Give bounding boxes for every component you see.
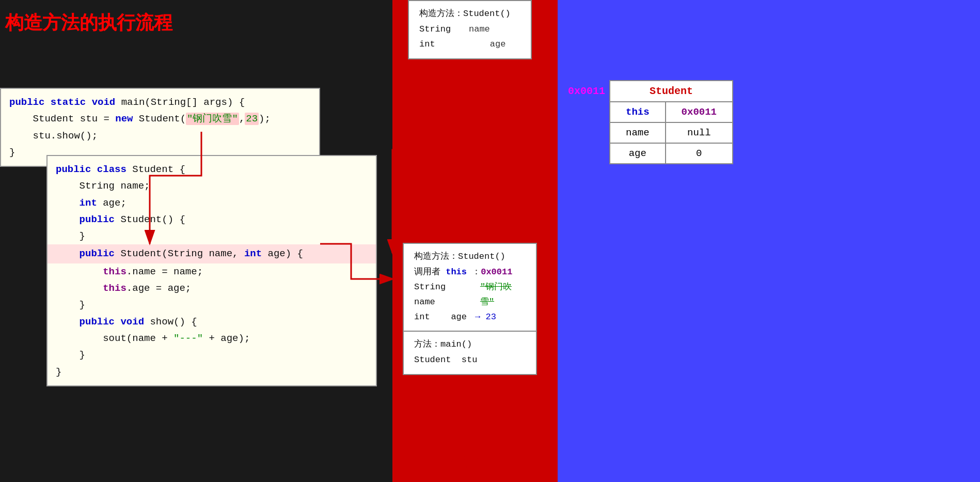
field-name: name bbox=[610, 122, 666, 143]
stack-memory-section: 构造方法：Student() String name int age 构造方法：… bbox=[392, 0, 558, 482]
code-line: public class Student { bbox=[56, 161, 368, 178]
stack-top-box-title: 构造方法：Student() bbox=[419, 7, 520, 19]
kw-class: class bbox=[97, 164, 132, 175]
code-line: String name; bbox=[56, 178, 368, 194]
row-value: → 23 bbox=[475, 310, 496, 325]
kw-public: public bbox=[80, 214, 121, 225]
row-label: int bbox=[419, 37, 461, 52]
code-line: public Student() { bbox=[56, 211, 368, 228]
kw-public: public bbox=[80, 248, 121, 259]
code-text: Student { bbox=[132, 164, 185, 175]
row-label: int age bbox=[414, 310, 467, 325]
number-literal: 23 bbox=[245, 113, 259, 125]
row-label: 调用者 this ：0x0011 bbox=[414, 265, 512, 280]
kw-int: int bbox=[244, 248, 262, 259]
code-line: stu.show(); bbox=[9, 128, 311, 144]
kw-new: new bbox=[115, 113, 139, 125]
stack-row: Student stu bbox=[414, 353, 526, 368]
value-this-addr: 0x0011 bbox=[666, 102, 733, 122]
code-text: stu.show(); bbox=[33, 130, 98, 142]
field-this: this bbox=[610, 102, 666, 122]
kw-this: this bbox=[103, 266, 127, 277]
code-text: Student( bbox=[139, 113, 186, 125]
stack-main-box: 方法：main() Student stu bbox=[403, 331, 537, 375]
row-value: name bbox=[469, 22, 490, 37]
page-title: 构造方法的执行流程 bbox=[5, 10, 387, 36]
row-value: age bbox=[469, 37, 505, 52]
string-literal: "钢门吹雪" bbox=[186, 113, 239, 125]
code-line: } bbox=[56, 364, 368, 380]
heap-memory-section: 0x0011 Student this 0x0011 name null age bbox=[558, 0, 980, 482]
row-value: "钢门吹雪" bbox=[480, 280, 526, 310]
stack-main-title: 方法：main() bbox=[414, 338, 526, 350]
heap-addr-label: 0x0011 bbox=[568, 85, 605, 97]
field-age: age bbox=[610, 143, 666, 164]
row-label: Student stu bbox=[414, 353, 477, 368]
code-line: } bbox=[56, 347, 368, 363]
code-text: sout(name + bbox=[103, 333, 173, 344]
code-text: age; bbox=[103, 197, 127, 209]
code-line: Student stu = new Student("钢门吹雪",23); bbox=[9, 111, 311, 127]
code-text: age) { bbox=[262, 248, 303, 259]
highlighted-constructor-line: public Student(String name, int age) { bbox=[48, 244, 376, 263]
left-section: 构造方法的执行流程 public static void main(String… bbox=[0, 0, 392, 482]
code-text: .name = name; bbox=[127, 266, 203, 277]
code-text: String name; bbox=[80, 180, 150, 192]
kw-int: int bbox=[80, 197, 103, 209]
heap-object-table: Student this 0x0011 name null age 0 bbox=[609, 80, 733, 164]
code-text: , bbox=[239, 113, 245, 125]
kw-public: public bbox=[9, 97, 51, 108]
stack-label: 栈内存 bbox=[450, 449, 500, 472]
code-text: Student stu = bbox=[33, 113, 116, 125]
code-line: sout(name + "---" + age); bbox=[56, 330, 368, 347]
main-container: 构造方法的执行流程 public static void main(String… bbox=[0, 0, 980, 482]
kw-public: public bbox=[56, 164, 97, 175]
heap-class-name: Student bbox=[610, 81, 733, 102]
code-line: public static void main(String[] args) { bbox=[9, 94, 311, 111]
code-text: Student() { bbox=[120, 214, 185, 225]
code-text: .age = age; bbox=[127, 283, 191, 294]
heap-table-row: age 0 bbox=[610, 143, 733, 164]
string-literal: "---" bbox=[173, 333, 203, 344]
code-line: } bbox=[56, 228, 368, 244]
code-line: } bbox=[56, 297, 368, 313]
code-line: public void show() { bbox=[56, 314, 368, 330]
kw-this: this bbox=[103, 283, 127, 294]
kw-public: public bbox=[80, 316, 121, 328]
code-line: this.name = name; bbox=[56, 263, 368, 280]
stack-row: String name bbox=[419, 22, 520, 37]
stack-row: 调用者 this ：0x0011 bbox=[414, 265, 526, 280]
stack-row: int age bbox=[419, 37, 520, 52]
code-box-class: public class Student { String name; int … bbox=[46, 155, 377, 386]
heap-table-row: this 0x0011 bbox=[610, 102, 733, 122]
code-text: Student(String name, bbox=[120, 248, 244, 259]
stack-constructor-title: 构造方法：Student() bbox=[414, 250, 526, 262]
code-line: int age; bbox=[56, 195, 368, 211]
row-label: String name bbox=[414, 280, 472, 310]
kw-void: void bbox=[92, 97, 121, 108]
row-label: String bbox=[419, 22, 461, 37]
stack-row: String name "钢门吹雪" bbox=[414, 280, 526, 310]
value-name: null bbox=[666, 122, 733, 143]
code-text: show() { bbox=[150, 316, 197, 328]
stack-top-box: 构造方法：Student() String name int age bbox=[408, 0, 532, 59]
code-line: this.age = age; bbox=[56, 280, 368, 297]
code-text: + age); bbox=[203, 333, 250, 344]
value-age: 0 bbox=[666, 143, 733, 164]
code-text: ); bbox=[259, 113, 271, 125]
kw-static: static bbox=[51, 97, 92, 108]
kw-void: void bbox=[120, 316, 150, 328]
code-text: main(String[] args) { bbox=[121, 97, 245, 108]
stack-row: int age → 23 bbox=[414, 310, 526, 325]
stack-constructor-box: 构造方法：Student() 调用者 this ：0x0011 String n… bbox=[403, 243, 537, 332]
heap-table-row: name null bbox=[610, 122, 733, 143]
